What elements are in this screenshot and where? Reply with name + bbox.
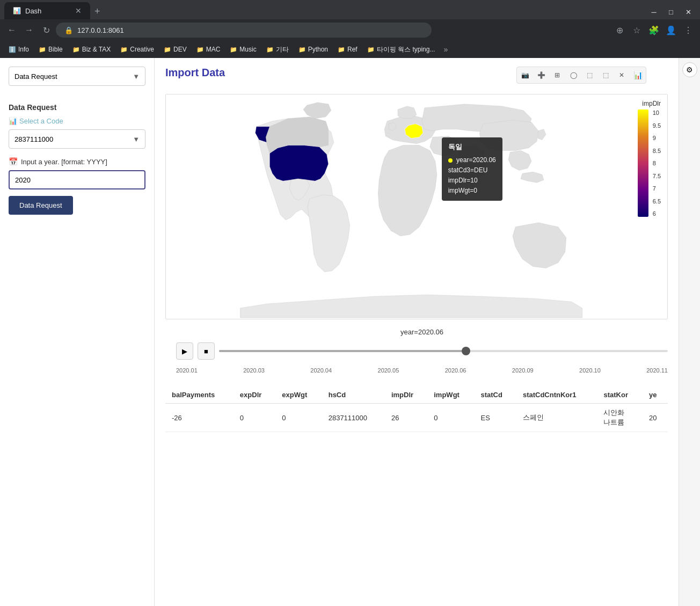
col-header-impDlr: impDlr (385, 386, 427, 404)
country-usa[interactable] (269, 145, 328, 181)
cell-impDlr: 26 (385, 404, 427, 432)
dash-tab[interactable]: 📊 Dash ✕ (4, 2, 90, 19)
profile-icon[interactable]: 👤 (663, 23, 679, 38)
bookmark-biztax-label: Biz & TAX (82, 46, 111, 53)
slider-thumb[interactable] (462, 347, 470, 355)
bookmark-ref[interactable]: 📁 Ref (333, 45, 362, 54)
tooltip-line-3: impDlr=10 (448, 176, 496, 186)
dash-logo-button[interactable]: 📊 (631, 68, 645, 82)
nav-bar: ← → ↻ 🔒 127.0.0.1:8061 ⊕ ☆ 🧩 👤 ⋮ (0, 19, 700, 41)
bookmark-info[interactable]: ℹ️ Info (4, 45, 33, 54)
cell-ye: 20 (643, 404, 668, 432)
table-header: balPayments expDlr expWgt hsCd impDlr im… (165, 386, 668, 404)
bookmark-bible-label: Bible (48, 46, 63, 53)
tick-2: 2020.03 (243, 367, 265, 374)
cell-statCdCntnKor1: 스페인 (516, 404, 597, 432)
bookmark-etc-icon: 📁 (266, 46, 274, 53)
translate-icon[interactable]: ⊕ (612, 23, 627, 38)
reload-button[interactable]: ↻ (39, 23, 54, 38)
app-dropdown[interactable]: Data Request ▼ (9, 67, 145, 86)
reset-tool-button[interactable]: ✕ (615, 68, 629, 82)
code-dropdown-arrow-icon: ▼ (133, 135, 140, 143)
bookmark-typing-label: 타이핑 웍스 typing... (377, 45, 435, 54)
slider-section: year=2020.06 ▶ ■ 2020.01 2020.03 2020.04 (165, 319, 668, 374)
year-label: 📅 Input a year. [format: YYYY] (9, 157, 145, 166)
bookmark-info-icon: ℹ️ (9, 46, 16, 53)
bookmark-mac-icon: 📁 (196, 46, 204, 53)
bookmark-biztax-icon: 📁 (72, 46, 80, 53)
bookmark-dev-label: DEV (173, 46, 187, 53)
app-dropdown-label: Data Request (14, 72, 57, 81)
extension-icon[interactable]: 🧩 (646, 23, 661, 38)
address-bar[interactable]: 🔒 127.0.0.1:8061 (56, 23, 432, 38)
tooltip-year: year=2020.06 (456, 156, 496, 164)
cell-expWgt: 0 (275, 404, 322, 432)
bookmark-icon[interactable]: ☆ (629, 23, 644, 38)
dropdown-arrow-icon: ▼ (133, 72, 140, 81)
col-header-hsCd: hsCd (322, 386, 385, 404)
zoom-in-button[interactable]: ⬚ (599, 68, 612, 82)
settings-icon-button[interactable]: ⚙ (682, 62, 697, 77)
play-button[interactable]: ▶ (176, 342, 193, 360)
cell-expDlr: 0 (234, 404, 275, 432)
bookmark-python[interactable]: 📁 Python (294, 45, 332, 54)
new-tab-button[interactable]: + (90, 4, 105, 19)
right-panel: ⚙ (679, 58, 700, 606)
bookmark-etc-label: 기타 (276, 45, 289, 54)
bookmark-ref-label: Ref (347, 46, 358, 53)
forward-button[interactable]: → (21, 23, 37, 38)
data-table-section: balPayments expDlr expWgt hsCd impDlr im… (165, 386, 668, 432)
tick-3: 2020.04 (310, 367, 332, 374)
code-dropdown-value: 2837111000 (14, 135, 53, 143)
bookmark-etc[interactable]: 📁 기타 (262, 44, 293, 55)
stop-button[interactable]: ■ (198, 342, 215, 360)
col-header-expDlr: expDlr (234, 386, 275, 404)
add-tool-button[interactable]: ➕ (534, 68, 548, 82)
bookmark-dev[interactable]: 📁 DEV (159, 45, 191, 54)
tab-close-button[interactable]: ✕ (75, 6, 82, 15)
camera-tool-button[interactable]: 📷 (518, 68, 532, 82)
tick-1: 2020.01 (176, 367, 198, 374)
lasso-tool-button[interactable]: ◯ (566, 68, 580, 82)
bookmark-creative[interactable]: 📁 Creative (116, 45, 158, 54)
tick-4: 2020.05 (378, 367, 399, 374)
tab-title: Dash (25, 7, 41, 15)
bookmark-mac[interactable]: 📁 MAC (192, 45, 225, 54)
bookmark-music[interactable]: 📁 Music (225, 45, 260, 54)
year-input[interactable] (9, 170, 145, 189)
legend-bar (638, 109, 648, 217)
legend-val-8: 8 (653, 160, 661, 166)
bookmark-info-label: Info (18, 46, 29, 53)
bookmarks-more-button[interactable]: » (440, 44, 451, 55)
section-title: Data Request (9, 103, 145, 112)
calendar-icon: 📅 (9, 157, 18, 166)
url-text: 127.0.0.1:8061 (77, 26, 124, 34)
select-code-link[interactable]: 📊 Select a Code (9, 117, 145, 125)
col-header-ye: ye (643, 386, 668, 404)
bookmark-bible[interactable]: 📁 Bible (34, 45, 67, 54)
bookmark-typing[interactable]: 📁 타이핑 웍스 typing... (363, 44, 440, 55)
pan-tool-button[interactable]: ⬚ (582, 68, 596, 82)
zoom-tool-button[interactable]: ⊞ (550, 68, 564, 82)
code-dropdown[interactable]: 2837111000 ▼ (9, 129, 145, 149)
bookmark-mac-label: MAC (206, 46, 221, 53)
menu-icon[interactable]: ⋮ (681, 23, 696, 38)
maximize-button[interactable]: □ (663, 4, 679, 19)
select-code-label: Select a Code (19, 117, 63, 125)
col-header-impWgt: impWgt (427, 386, 474, 404)
tooltip-dot (448, 158, 453, 163)
bookmark-python-icon: 📁 (298, 46, 306, 53)
back-button[interactable]: ← (4, 23, 19, 38)
tick-8: 2020.11 (646, 367, 668, 374)
bookmark-typing-icon: 📁 (367, 46, 375, 53)
data-request-button[interactable]: Data Request (9, 196, 73, 215)
cell-statCd: ES (474, 404, 516, 432)
close-button[interactable]: ✕ (681, 4, 696, 19)
minimize-button[interactable]: ─ (646, 4, 661, 19)
col-header-statCdCntnKor1: statCdCntnKor1 (516, 386, 597, 404)
bookmark-biztax[interactable]: 📁 Biz & TAX (68, 45, 115, 54)
legend-labels: 10 9.5 9 8.5 8 7.5 7 6.5 6 (653, 109, 661, 217)
slider-ticks: 2020.01 2020.03 2020.04 2020.05 2020.06 … (176, 367, 668, 374)
cell-balPayments: -26 (165, 404, 234, 432)
slider-track-container[interactable] (219, 350, 668, 352)
